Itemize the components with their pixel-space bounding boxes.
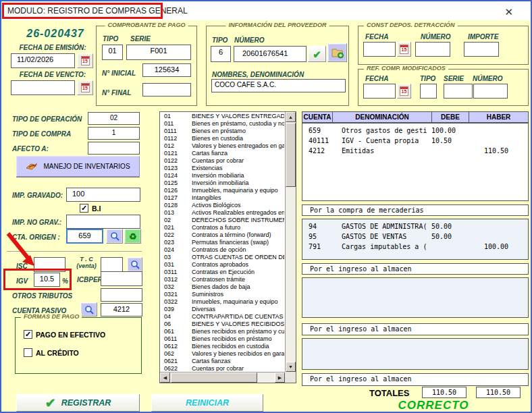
catalog-row[interactable]: 012Valores y bienes entregados en gara <box>161 142 284 150</box>
detraccion-calendar-button[interactable]: 15 <box>397 42 411 57</box>
catalog-row[interactable]: 01BIENES Y VALORES ENTREGADOS <box>161 113 284 120</box>
cta-origen-refresh-button[interactable]: ♻ <box>124 229 141 244</box>
formas-pago-group-title: FORMAS DE PAGO <box>21 313 82 320</box>
catalog-row[interactable]: 0322Inmuebles, maquinaria y equipo <box>161 298 284 306</box>
catalog-cell-code: 0622 <box>161 365 192 371</box>
catalog-row[interactable]: 023Permutas financieras (swap) <box>161 239 284 246</box>
catalog-row[interactable]: 062Valores y bienes recibidos en garanti <box>161 350 284 358</box>
scroll-up-icon[interactable]: ▲ <box>286 112 296 122</box>
bi-checkbox[interactable]: B.I <box>80 204 101 213</box>
catalog-row[interactable]: 0126Inmuebles, maquinaria y equipo <box>161 187 284 194</box>
fecha-emision-calendar-button[interactable]: 15 <box>77 53 93 68</box>
al-credito-checkbox[interactable]: AL CRÉDITO <box>24 348 79 357</box>
catalog-row[interactable]: 02DERECHOS SOBRE INSTRUMENTOS <box>161 217 284 224</box>
fecha-emision-input[interactable]: 11/02/2026 <box>11 53 75 68</box>
igv-input[interactable]: 10.5 <box>34 273 60 287</box>
comprobante-serie-input[interactable]: F001 <box>126 45 191 60</box>
catalog-row[interactable]: 0128Activos Biológicos <box>161 202 284 209</box>
pago-efectivo-checkbox[interactable]: PAGO EN EFECTIVO <box>24 330 105 339</box>
gloss-input-4[interactable]: Por el ingreso al almacen <box>302 373 529 386</box>
catalog-row[interactable]: 0611Bienes recibidos en préstamo <box>161 335 284 343</box>
proveedor-numero-input[interactable]: 20601676541 <box>234 46 307 62</box>
validate-ruc-button[interactable]: ✔ <box>308 46 326 62</box>
catalog-row[interactable]: 0127Intangibles <box>161 194 284 202</box>
ref-tipo-input[interactable] <box>420 84 437 99</box>
catalog-row[interactable]: 0622Cuentas por cobrar <box>161 365 284 371</box>
tipo-compra-input[interactable]: 1 <box>88 127 140 140</box>
gloss-input-3[interactable]: Por el ingreso al almacen <box>302 323 529 335</box>
imp-no-grav-input[interactable] <box>66 215 140 229</box>
nombres-input[interactable]: COCO CAFE S.A.C. <box>211 79 346 92</box>
cuenta-pasivo-search-button[interactable] <box>80 302 97 316</box>
vertical-scroll-thumb[interactable] <box>286 123 296 187</box>
catalog-row[interactable]: 0321Suministros <box>161 291 284 298</box>
detraccion-fecha-input[interactable] <box>363 42 396 57</box>
registrar-button[interactable]: ✔ REGISTRAR <box>16 394 140 412</box>
catalog-cell-code: 06 <box>161 321 192 328</box>
catalog-row[interactable]: 0312Contratosen trámite <box>161 276 284 283</box>
catalog-row[interactable]: 0111Bienes en préstamo <box>161 128 284 135</box>
cta-origen-input[interactable]: 659 <box>66 229 103 244</box>
entry2-cell-cuenta: 94 <box>302 221 342 231</box>
add-supplier-button[interactable] <box>327 43 347 62</box>
catalog-row[interactable]: 031Contratos aprobados <box>161 261 284 269</box>
n-inicial-input[interactable]: 125634 <box>142 63 191 77</box>
n-final-input[interactable] <box>142 83 191 97</box>
ref-serie-input[interactable] <box>444 84 473 99</box>
catalog-row[interactable]: 0112Bienes en custodia <box>161 135 284 142</box>
detraccion-numero-input[interactable] <box>415 42 450 57</box>
tc-search-button[interactable] <box>127 257 142 272</box>
scroll-right-icon[interactable]: ▶ <box>275 373 285 383</box>
account-catalog-listbox[interactable]: 01BIENES Y VALORES ENTREGADOS011Bienes e… <box>159 111 296 383</box>
vertical-scrollbar[interactable]: ▲ ▼ <box>285 112 296 372</box>
catalog-row[interactable]: 0612Bienes recibidos en custodia <box>161 343 284 350</box>
detraccion-importe-input[interactable] <box>464 42 499 57</box>
manejo-inventarios-button[interactable]: MANEJO DE INVENTARIOS <box>16 156 140 177</box>
close-icon[interactable]: ✕ <box>502 5 516 20</box>
tc-venta-input[interactable] <box>101 257 123 272</box>
reiniciar-button[interactable]: REINICIAR <box>151 394 263 412</box>
catalog-cell-label: CONTRAPARTIDA DE CUENTAS DE C <box>192 313 284 321</box>
catalog-cell-code: 0123 <box>161 165 192 172</box>
catalog-row[interactable]: 021Contratos a futuro <box>161 224 284 231</box>
comprobante-tipo-input[interactable]: 01 <box>102 45 123 60</box>
catalog-row[interactable]: 06BIENES Y VALORES RECIBIDOS <box>161 321 284 328</box>
catalog-row[interactable]: 039Diversas <box>161 306 284 313</box>
isc-input[interactable] <box>34 257 65 272</box>
fecha-vencto-input[interactable] <box>11 80 75 95</box>
catalog-row[interactable]: 0621Cartas fianzas <box>161 358 284 365</box>
catalog-row[interactable]: 0311Contratas en Ejecución <box>161 269 284 276</box>
catalog-row[interactable]: 0125Inversión inmobiliaria <box>161 180 284 187</box>
catalog-row[interactable]: 0123Existencias <box>161 165 284 172</box>
catalog-row[interactable]: 0121Cartas fianza <box>161 150 284 157</box>
catalog-row[interactable]: 032Bienes dados de baja <box>161 283 284 291</box>
cta-origen-search-button[interactable] <box>106 229 123 244</box>
horizontal-scroll-thumb[interactable] <box>171 373 257 383</box>
proveedor-tipo-input[interactable]: 6 <box>211 46 231 62</box>
gloss-input-2[interactable]: Por el ingreso al almacen <box>302 263 529 275</box>
catalog-row[interactable]: 061Bienes recibidos en préstamo y custo <box>161 328 284 335</box>
catalog-row[interactable]: 013Activos Realizables entregados en co <box>161 209 284 217</box>
catalog-row[interactable]: 03OTRAS CUENTAS DE ORDEN DEUDO <box>161 254 284 261</box>
tipo-operacion-input[interactable]: 02 <box>88 112 140 125</box>
horizontal-scrollbar[interactable]: ◀ ▶ <box>160 372 285 383</box>
catalog-cell-code: 0128 <box>161 202 192 209</box>
otros-tributos-input[interactable] <box>101 288 142 302</box>
imp-gravado-input[interactable]: 100 <box>66 188 140 202</box>
scroll-down-icon[interactable]: ▼ <box>286 362 296 372</box>
gloss-input-1[interactable]: Por la compra de mercaderias <box>302 204 529 216</box>
catalog-row[interactable]: 024Contratos de opción <box>161 246 284 254</box>
fecha-vencto-calendar-button[interactable]: 15 <box>77 80 93 95</box>
catalog-row[interactable]: 011Bienes en préstamo, custodia y no c <box>161 120 284 128</box>
icbper-input[interactable] <box>101 271 142 286</box>
ref-numero-input[interactable] <box>473 84 508 99</box>
catalog-row[interactable]: 04CONTRAPARTIDA DE CUENTAS DE C <box>161 313 284 321</box>
catalog-row[interactable]: 022Contratos a término (forward) <box>161 231 284 239</box>
ref-fecha-input[interactable] <box>363 84 396 99</box>
afecto-input[interactable] <box>88 142 140 155</box>
cuenta-pasivo-input[interactable]: 4212 <box>101 303 142 316</box>
ref-calendar-button[interactable]: 15 <box>397 84 411 99</box>
catalog-row[interactable]: 0122Cuentas por cobrar <box>161 157 284 165</box>
catalog-row[interactable]: 0124Inversión mobiliaria <box>161 172 284 180</box>
scroll-left-icon[interactable]: ◀ <box>160 373 170 383</box>
